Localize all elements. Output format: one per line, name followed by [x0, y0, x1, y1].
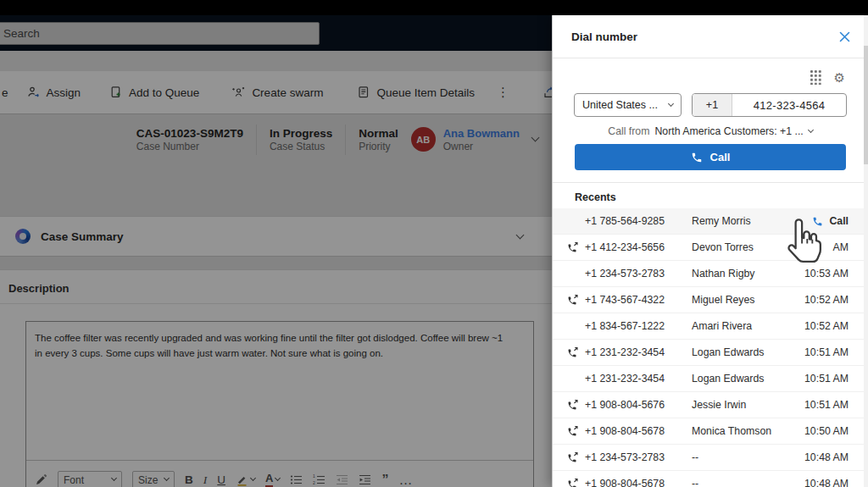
app-window: Search e Assign Add to Queue [0, 0, 868, 487]
recent-call-time: 10:50 AM [804, 425, 849, 437]
recent-contact-name: Logan Edwards [692, 346, 804, 358]
call-from-label: Call from [608, 125, 649, 137]
recent-contact-name: Nathan Rigby [692, 268, 804, 279]
recent-phone-number: +1 231-232-3454 [585, 373, 692, 385]
recent-phone-number: +1 234-573-2783 [585, 451, 692, 463]
recent-contact-name: Monica Thomson [692, 425, 804, 437]
recent-phone-number: +1 908-804-5676 [585, 399, 692, 411]
scrollbar-thumb[interactable] [864, 46, 868, 164]
outgoing-call-icon [567, 479, 585, 487]
recent-call-time: 10:52 AM [804, 294, 849, 306]
panel-scrollbar[interactable] [864, 15, 868, 487]
outgoing-call-icon [567, 400, 585, 411]
recent-contact-name: Logan Edwards [692, 373, 804, 385]
recent-call-time: 10:48 AM [804, 478, 849, 487]
country-select[interactable]: United States ... [574, 93, 682, 117]
phone-number-field: +1 412-323-4564 [692, 93, 847, 117]
call-from-value: North America Customers: +1 ... [654, 125, 803, 137]
recent-call-row[interactable]: +1 908-804-5678--10:48 AM [553, 471, 868, 487]
mouse-cursor-hand [784, 217, 825, 266]
close-icon[interactable] [839, 31, 850, 42]
recent-call-row[interactable]: +1 743-567-4322Miguel Reyes10:52 AM [553, 287, 868, 313]
call-from-selector[interactable]: Call from North America Customers: +1 ..… [553, 125, 868, 137]
dialpad-icon[interactable] [810, 69, 821, 85]
row-call-label: Call [829, 215, 849, 227]
recent-contact-name: Miguel Reyes [692, 294, 804, 306]
recent-phone-number: +1 231-232-3454 [585, 346, 692, 358]
recent-contact-name: Jessie Irwin [692, 399, 804, 411]
recent-phone-number: +1 412-234-5656 [585, 241, 692, 253]
chevron-down-icon [668, 100, 674, 106]
recent-call-row[interactable]: +1 834-567-1222Amari Rivera10:52 AM [553, 313, 868, 340]
recent-contact-name: -- [692, 478, 804, 487]
recent-phone-number: +1 908-804-5678 [585, 425, 692, 437]
dim-overlay [0, 0, 552, 487]
phone-icon [691, 152, 703, 163]
recent-call-time: 10:51 AM [804, 399, 849, 411]
recent-call-time: 10:53 AM [804, 268, 849, 279]
recent-phone-number: +1 834-567-1222 [585, 320, 692, 332]
recent-call-time: 10:51 AM [804, 373, 849, 385]
chevron-down-icon [808, 126, 814, 132]
recent-phone-number: +1 908-804-5678 [585, 478, 692, 487]
outgoing-call-icon [567, 426, 585, 437]
recent-phone-number: +1 234-573-2783 [585, 268, 692, 279]
outgoing-call-icon [567, 242, 585, 253]
outgoing-call-icon [567, 347, 585, 358]
main-app-region: Search e Assign Add to Queue [0, 0, 552, 487]
recent-contact-name: Amari Rivera [692, 320, 804, 332]
panel-title: Dial number [571, 30, 637, 43]
recent-call-row[interactable]: +1 231-232-3454Logan Edwards10:51 AM [553, 366, 868, 392]
outgoing-call-icon [567, 295, 585, 306]
recent-call-row[interactable]: +1 908-804-5676Jessie Irwin10:51 AM [553, 392, 868, 418]
outgoing-call-icon [567, 452, 585, 463]
recent-call-time: 10:52 AM [804, 320, 849, 332]
recent-call-time: 10:48 AM [804, 451, 849, 463]
recent-call-time: AM [833, 241, 849, 253]
recent-call-row[interactable]: +1 908-804-5678Monica Thomson10:50 AM [553, 418, 868, 445]
recent-phone-number: +1 785-564-9285 [585, 215, 692, 227]
recent-call-row[interactable]: +1 234-573-2783--10:48 AM [553, 445, 868, 471]
recent-contact-name: -- [692, 451, 804, 463]
phone-number-input[interactable]: 412-323-4564 [732, 94, 846, 116]
recent-call-row[interactable]: +1 231-232-3454Logan Edwards10:51 AM [553, 340, 868, 366]
recents-heading: Recents [553, 183, 868, 208]
call-button-label: Call [710, 151, 731, 163]
recent-phone-number: +1 743-567-4322 [585, 294, 692, 306]
recent-call-time: 10:51 AM [804, 346, 849, 358]
call-button[interactable]: Call [575, 144, 846, 170]
gear-icon[interactable]: ⚙ [834, 71, 845, 84]
country-code-prefix: +1 [693, 94, 732, 116]
